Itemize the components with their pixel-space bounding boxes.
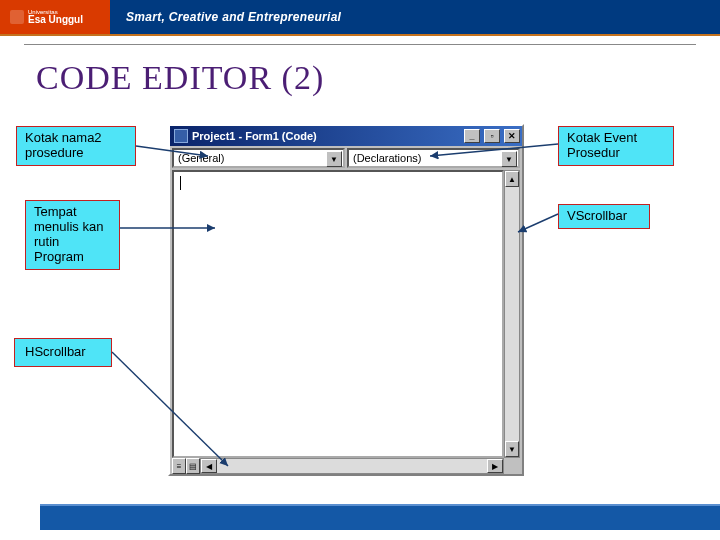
- brand-logo: Universitas Esa Unggul: [0, 9, 110, 25]
- slide-stage: Kotak nama2 prosedure Kotak Event Prosed…: [0, 98, 720, 498]
- object-combo-value: (General): [178, 152, 224, 164]
- object-combo[interactable]: (General) ▼: [172, 148, 345, 168]
- scroll-up-button[interactable]: ▲: [505, 171, 519, 187]
- procedure-combo[interactable]: (Declarations) ▼: [347, 148, 520, 168]
- window-title: Project1 - Form1 (Code): [192, 130, 460, 142]
- text-cursor: [180, 176, 181, 190]
- horizontal-scrollbar[interactable]: ◀ ▶: [200, 458, 504, 474]
- callout-procedure-name-box: Kotak nama2 prosedure: [16, 126, 136, 166]
- code-textarea[interactable]: [172, 170, 504, 458]
- top-banner: Universitas Esa Unggul Smart, Creative a…: [0, 0, 720, 34]
- maximize-button[interactable]: ▫: [484, 129, 500, 143]
- code-editor-window: Project1 - Form1 (Code) _ ▫ ✕ (General) …: [168, 124, 524, 476]
- scroll-down-button[interactable]: ▼: [505, 441, 519, 457]
- minimize-button[interactable]: _: [464, 129, 480, 143]
- window-titlebar[interactable]: Project1 - Form1 (Code) _ ▫ ✕: [170, 126, 522, 146]
- code-area-container: ▲ ▼ ≡ ▤ ◀ ▶: [172, 170, 520, 474]
- form-icon: [174, 129, 188, 143]
- callout-vscrollbar: VScrollbar: [558, 204, 650, 229]
- view-mode-buttons: ≡ ▤: [172, 458, 200, 474]
- brand-name: Esa Unggul: [28, 15, 83, 25]
- close-button[interactable]: ✕: [504, 129, 520, 143]
- shield-icon: [10, 10, 24, 24]
- page-title: CODE EDITOR (2): [0, 45, 720, 105]
- callout-hscrollbar: HScrollbar: [14, 338, 112, 367]
- callout-event-procedure-box: Kotak Event Prosedur: [558, 126, 674, 166]
- scroll-left-button[interactable]: ◀: [201, 459, 217, 473]
- chevron-down-icon[interactable]: ▼: [501, 151, 517, 167]
- chevron-down-icon[interactable]: ▼: [326, 151, 342, 167]
- svg-line-3: [518, 214, 558, 232]
- procedure-combo-value: (Declarations): [353, 152, 421, 164]
- vertical-scrollbar[interactable]: ▲ ▼: [504, 170, 520, 458]
- scrollbar-corner: [504, 458, 520, 474]
- footer-bar: [40, 504, 720, 530]
- full-module-view-button[interactable]: ▤: [186, 458, 200, 474]
- combo-row: (General) ▼ (Declarations) ▼: [170, 146, 522, 170]
- procedure-view-button[interactable]: ≡: [172, 458, 186, 474]
- banner-underline: [0, 34, 720, 36]
- scroll-right-button[interactable]: ▶: [487, 459, 503, 473]
- banner-tagline: Smart, Creative and Entrepreneurial: [110, 10, 341, 24]
- callout-code-area: Tempat menulis kan rutin Program: [25, 200, 120, 270]
